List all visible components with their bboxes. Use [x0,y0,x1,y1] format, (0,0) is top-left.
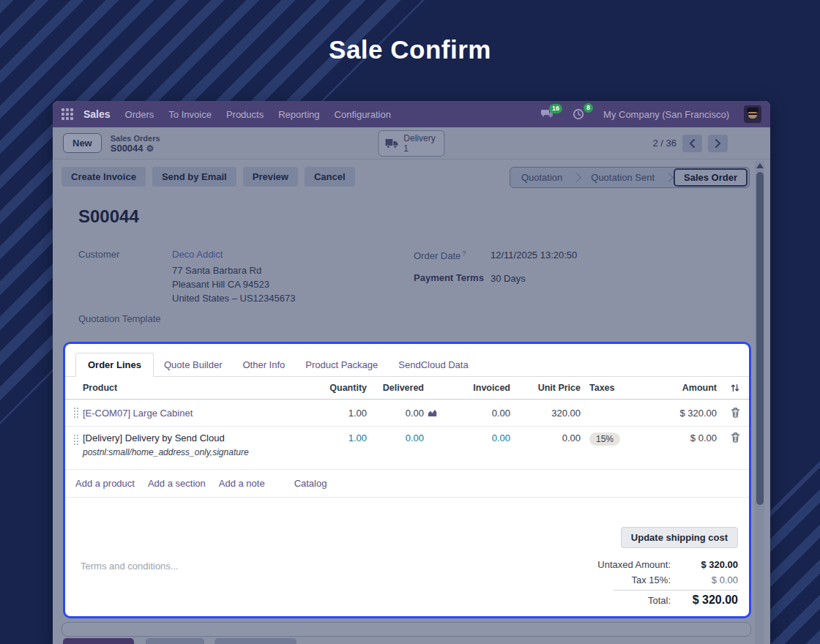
product-description[interactable]: postnl:small/home_address_only,signature [83,447,316,457]
amount-cell: $ 320.00 [635,408,717,419]
column-settings-icon[interactable] [730,383,740,393]
tab-order-lines[interactable]: Order Lines [75,353,154,377]
amount-cell: $ 0.00 [635,433,717,443]
column-invoiced[interactable]: Invoiced [437,383,510,393]
customer-city: Pleasant Hill CA 94523 [172,277,269,291]
delete-row-icon[interactable] [731,433,740,443]
tax-value: $ 0.00 [671,574,738,585]
delivery-smart-button[interactable]: Delivery 1 [378,130,444,157]
drag-handle-icon[interactable] [74,408,78,418]
catalog-link[interactable]: Catalog [294,478,327,489]
tax-label: Tax 15%: [632,574,671,585]
order-lines-header: Product Quantity Delivered Invoiced Unit… [65,377,749,400]
gear-icon[interactable]: ⚙ [146,143,154,154]
nav-item-orders[interactable]: Orders [125,109,154,120]
payment-terms-label: Payment Terms [414,272,484,283]
quantity-cell[interactable]: 1.00 [316,408,367,419]
customer-link[interactable]: Deco Addict [172,249,223,260]
table-row[interactable]: [E-COM07] Large Cabinet 1.00 0.00 0.00 3… [65,400,749,427]
product-name[interactable]: [Delivery] Delivery by Send Cloud [83,433,316,443]
delivered-cell[interactable]: 0.00 [406,433,424,443]
column-delivered[interactable]: Delivered [367,383,437,393]
record-pager: 2 / 36 [652,135,728,152]
order-date-value[interactable]: 12/11/2025 13:20:50 [491,250,577,261]
app-menu-sales[interactable]: Sales [83,108,111,120]
payment-terms-value[interactable]: 30 Days [491,273,526,284]
log-note-button-partial[interactable] [146,638,204,644]
product-link[interactable]: [E-COM07] Large Cabinet [83,408,193,419]
invoiced-cell[interactable]: 0.00 [437,433,510,443]
column-taxes[interactable]: Taxes [581,383,635,393]
tab-product-package[interactable]: Product Package [295,353,388,376]
quantity-cell[interactable]: 1.00 [316,433,367,443]
tax-badge[interactable]: 15% [589,433,620,446]
add-a-section-link[interactable]: Add a section [148,478,206,489]
add-a-note-link[interactable]: Add a note [219,478,265,489]
invoiced-cell[interactable]: 0.00 [437,408,510,419]
message-composer[interactable] [61,622,751,637]
forecast-chart-icon[interactable] [428,408,437,417]
send-by-email-button[interactable]: Send by Email [152,167,236,187]
scroll-up-arrow-icon[interactable] [756,163,764,168]
customer-street: 77 Santa Barbara Rd [172,263,261,277]
untaxed-amount-value: $ 320.00 [671,559,738,570]
add-a-product-link[interactable]: Add a product [75,478,135,489]
column-unit-price[interactable]: Unit Price [510,383,581,393]
column-product[interactable]: Product [83,383,316,393]
nav-item-products[interactable]: Products [226,109,264,120]
apps-grid-icon[interactable] [61,108,73,120]
tab-other-info[interactable]: Other Info [232,353,295,376]
total-value: $ 320.00 [671,594,738,607]
delete-row-icon[interactable] [731,408,740,418]
unit-price-cell[interactable]: 320.00 [510,408,581,419]
order-reference: S00044 [78,206,139,227]
table-row[interactable]: [Delivery] Delivery by Send Cloud postnl… [65,427,749,470]
help-icon: ? [462,250,466,257]
breadcrumb-parent[interactable]: Sales Orders [111,133,160,143]
nav-item-to-invoice[interactable]: To Invoice [168,109,212,120]
action-buttons: Create Invoice Send by Email Preview Can… [61,167,355,187]
column-amount[interactable]: Amount [635,383,717,393]
tab-quote-builder[interactable]: Quote Builder [154,353,233,376]
messages-count-badge: 16 [549,104,562,113]
activities-button[interactable]: 8 [573,108,584,120]
terms-and-conditions-input[interactable]: Terms and conditions... [81,561,179,572]
company-switcher[interactable]: My Company (San Francisco) [603,109,729,120]
delivered-cell[interactable]: 0.00 [406,408,424,419]
status-sales-order[interactable]: Sales Order [674,168,748,187]
nav-item-reporting[interactable]: Reporting [278,109,319,120]
control-panel: New Sales Orders S00044 ⚙ Delivery 1 2 /… [53,127,770,160]
send-message-button-partial[interactable] [63,638,134,644]
messages-button[interactable]: 16 [541,109,554,119]
cancel-button[interactable]: Cancel [305,167,355,187]
delivery-button-label: Delivery [403,133,435,143]
new-button[interactable]: New [63,133,102,153]
vertical-scrollbar[interactable] [755,161,764,644]
chevron-separator-icon [664,173,674,182]
untaxed-amount-label: Untaxed Amount: [597,559,671,570]
chevron-separator-icon [572,173,581,182]
user-avatar[interactable] [744,105,761,123]
notebook-tabs: Order Lines Quote Builder Other Info Pro… [65,344,749,377]
activities-button-partial[interactable] [215,638,297,644]
preview-button[interactable]: Preview [243,167,298,187]
drag-handle-icon[interactable] [74,435,78,445]
odoo-window: Sales Orders To Invoice Products Reporti… [53,101,770,644]
create-invoice-button[interactable]: Create Invoice [61,167,146,187]
status-quotation-sent[interactable]: Quotation Sent [581,172,664,183]
scrollbar-thumb[interactable] [756,172,764,505]
totals-block: Untaxed Amount: $ 320.00 Tax 15%: $ 0.00… [562,559,738,611]
nav-item-configuration[interactable]: Configuration [335,109,391,120]
pager-previous-button[interactable] [682,135,702,152]
unit-price-cell[interactable]: 0.00 [510,433,581,443]
totals-separator [614,590,738,591]
activities-count-badge: 8 [584,103,593,113]
pager-next-button[interactable] [708,135,728,152]
tab-sendcloud-data[interactable]: SendCloud Data [388,353,478,376]
order-lines-panel: Order Lines Quote Builder Other Info Pro… [63,342,751,618]
pager-count: 2 / 36 [652,138,676,149]
quotation-template-label: Quotation Template [78,313,161,324]
update-shipping-cost-button[interactable]: Update shipping cost [621,527,738,548]
status-quotation[interactable]: Quotation [512,172,572,183]
column-quantity[interactable]: Quantity [316,383,367,393]
